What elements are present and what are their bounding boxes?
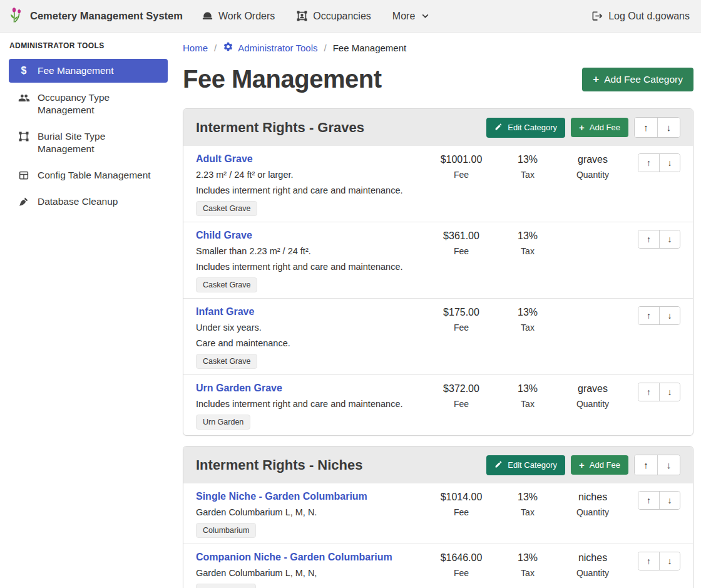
fee-details: Urn Garden GraveIncludes interment right… bbox=[196, 381, 424, 430]
move-category-up-button[interactable]: ↑ bbox=[635, 118, 657, 137]
sidebar-item-label: Burial Site Type Management bbox=[38, 130, 161, 155]
fee-reorder-group: ↑↓ bbox=[638, 383, 680, 401]
move-fee-down-button[interactable]: ↓ bbox=[659, 307, 680, 324]
move-fee-up-button[interactable]: ↑ bbox=[638, 492, 659, 509]
move-category-down-button[interactable]: ↓ bbox=[657, 455, 680, 475]
plot-frame-icon bbox=[18, 131, 30, 142]
fee-amount-column: $1014.00Fee bbox=[424, 490, 499, 538]
nav-work-orders[interactable]: Work Orders bbox=[202, 10, 275, 22]
fee-reorder-area: ↑↓ bbox=[629, 152, 680, 216]
add-fee-label: Add Fee bbox=[590, 460, 620, 470]
fee-amount-value: $361.00 bbox=[443, 230, 479, 242]
sidebar-item-burial-site-type-management[interactable]: Burial Site Type Management bbox=[9, 125, 168, 160]
fee-amount-column: $1001.00Fee bbox=[424, 152, 499, 216]
move-fee-down-button[interactable]: ↓ bbox=[659, 154, 680, 172]
fee-amount-value: $1001.00 bbox=[441, 153, 483, 166]
fee-details: Adult Grave2.23 m² / 24 ft² or larger.In… bbox=[196, 152, 424, 216]
plus-icon: + bbox=[579, 462, 585, 468]
fee-row-urn-garden-grave: Urn Garden GraveIncludes interment right… bbox=[183, 375, 693, 435]
fee-name-link[interactable]: Single Niche - Garden Columbarium bbox=[196, 490, 367, 503]
sidebar-item-config-table-management[interactable]: Config Table Management bbox=[9, 164, 168, 187]
fee-description: Garden Columbarium L, M, N. bbox=[196, 506, 417, 519]
fee-tax-value: 13% bbox=[518, 552, 538, 564]
edit-category-button[interactable]: Edit Category bbox=[486, 118, 565, 138]
move-fee-up-button[interactable]: ↑ bbox=[638, 552, 659, 570]
fee-name-link[interactable]: Urn Garden Grave bbox=[196, 381, 282, 395]
app-title: Cemetery Management System bbox=[30, 10, 183, 22]
plus-icon: + bbox=[593, 76, 599, 83]
fee-quantity-column bbox=[556, 229, 629, 292]
move-category-up-button[interactable]: ↑ bbox=[635, 455, 657, 475]
sidebar-item-label: Config Table Management bbox=[38, 169, 151, 182]
app-brand[interactable]: Cemetery Management System bbox=[9, 6, 183, 26]
occupancy-frame-icon bbox=[296, 10, 308, 22]
quantity-label: Quantity bbox=[576, 507, 609, 518]
people-icon bbox=[18, 92, 30, 104]
sidebar-item-database-cleanup[interactable]: Database Cleanup bbox=[9, 190, 168, 213]
fee-details: Companion Niche - Garden ColumbariumGard… bbox=[196, 550, 424, 588]
fee-description: Includes interment right and care and ma… bbox=[196, 184, 417, 197]
fee-reorder-area: ↑↓ bbox=[629, 550, 680, 588]
fee-reorder-area: ↑↓ bbox=[629, 490, 680, 538]
move-fee-up-button[interactable]: ↑ bbox=[638, 383, 659, 401]
plus-icon: + bbox=[579, 125, 585, 131]
move-fee-down-button[interactable]: ↓ bbox=[659, 383, 680, 401]
breadcrumb-admin-tools-link[interactable]: Administrator Tools bbox=[223, 41, 317, 54]
add-fee-button[interactable]: +Add Fee bbox=[571, 118, 628, 137]
fee-type-badge: Casket Grave bbox=[196, 277, 257, 292]
move-fee-down-button[interactable]: ↓ bbox=[659, 552, 680, 570]
fee-name-link[interactable]: Companion Niche - Garden Columbarium bbox=[196, 550, 392, 564]
breadcrumb-admin-tools-label: Administrator Tools bbox=[238, 43, 317, 53]
primary-nav: Work Orders Occupancies More bbox=[202, 10, 429, 22]
sidebar-item-fee-management[interactable]: $Fee Management bbox=[9, 59, 168, 83]
breadcrumb-home-link[interactable]: Home bbox=[183, 43, 208, 53]
quantity-label: Quantity bbox=[576, 398, 609, 410]
nav-more[interactable]: More bbox=[392, 11, 429, 22]
edit-category-button[interactable]: Edit Category bbox=[486, 455, 565, 475]
logout-icon bbox=[591, 10, 603, 22]
fee-description: Includes interment right and care and ma… bbox=[196, 398, 417, 411]
move-fee-up-button[interactable]: ↑ bbox=[638, 154, 659, 172]
fee-row-infant-grave: Infant GraveUnder six years.Care and mai… bbox=[183, 299, 693, 375]
fee-name-link[interactable]: Child Grave bbox=[196, 229, 252, 242]
fee-amount-column: $175.00Fee bbox=[424, 305, 499, 369]
category-card-header: Interment Rights - GravesEdit Category+A… bbox=[183, 109, 693, 146]
fee-label: Fee bbox=[454, 322, 469, 333]
move-fee-down-button[interactable]: ↓ bbox=[659, 492, 680, 509]
fee-rows: Single Niche - Garden ColumbariumGarden … bbox=[183, 483, 693, 588]
logout-button[interactable]: Log Out d.gowans bbox=[591, 10, 690, 22]
table-icon bbox=[18, 170, 30, 181]
fee-tax-column: 13%Tax bbox=[499, 305, 556, 369]
move-fee-up-button[interactable]: ↑ bbox=[638, 230, 659, 248]
sidebar-item-occupancy-type-management[interactable]: Occupancy Type Management bbox=[9, 86, 168, 121]
top-navbar: Cemetery Management System Work Orders bbox=[0, 0, 701, 33]
fee-tax-value: 13% bbox=[518, 153, 538, 166]
add-fee-label: Add Fee bbox=[590, 123, 620, 132]
fee-reorder-group: ↑↓ bbox=[638, 491, 680, 510]
move-fee-up-button[interactable]: ↑ bbox=[638, 307, 659, 324]
fee-label: Fee bbox=[454, 245, 469, 257]
category-title: Interment Rights - Niches bbox=[196, 457, 362, 473]
dollar-icon: $ bbox=[18, 65, 30, 76]
nav-work-orders-label: Work Orders bbox=[218, 11, 275, 22]
fee-tax-column: 13%Tax bbox=[499, 229, 556, 292]
sidebar-section-title: ADMINISTRATOR TOOLS bbox=[9, 41, 168, 50]
fee-name-link[interactable]: Infant Grave bbox=[196, 305, 254, 319]
nav-occupancies-label: Occupancies bbox=[313, 11, 371, 22]
gear-icon bbox=[223, 41, 233, 54]
move-category-down-button[interactable]: ↓ bbox=[657, 118, 680, 137]
move-fee-down-button[interactable]: ↓ bbox=[659, 230, 680, 248]
nav-occupancies[interactable]: Occupancies bbox=[296, 10, 371, 22]
logout-label: Log Out d.gowans bbox=[608, 11, 690, 22]
fee-quantity-column: nichesQuantity bbox=[556, 550, 629, 588]
fee-type-badge: Columbarium bbox=[196, 584, 256, 588]
fee-name-link[interactable]: Adult Grave bbox=[196, 152, 253, 166]
add-fee-category-button[interactable]: + Add Fee Category bbox=[582, 68, 693, 91]
edit-category-label: Edit Category bbox=[508, 123, 557, 132]
fee-reorder-group: ↑↓ bbox=[638, 552, 680, 570]
tax-label: Tax bbox=[521, 398, 535, 410]
fee-description: Garden Columbarium L, M, N, bbox=[196, 567, 417, 580]
fee-label: Fee bbox=[454, 507, 469, 518]
add-fee-button[interactable]: +Add Fee bbox=[571, 455, 628, 475]
sidebar-item-label: Fee Management bbox=[38, 64, 114, 77]
